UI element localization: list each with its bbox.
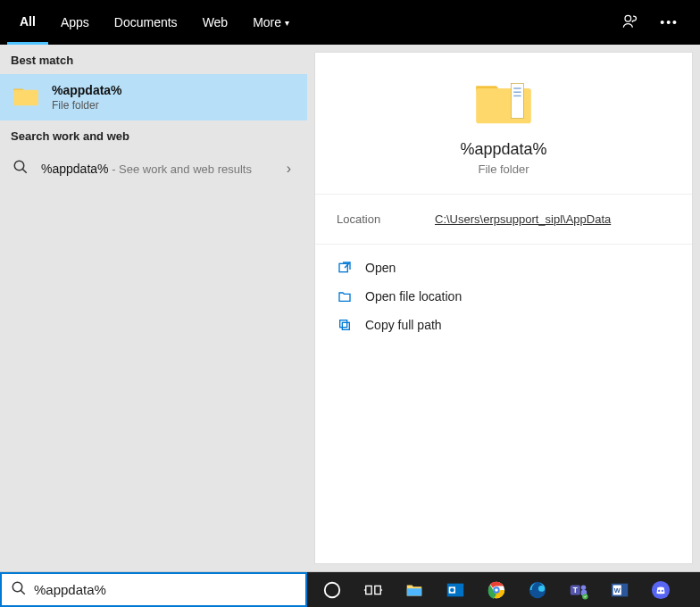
tab-more[interactable]: More ▾ bbox=[240, 0, 302, 45]
folder-icon bbox=[473, 113, 534, 129]
web-result-label: %appdata% bbox=[41, 162, 109, 176]
tab-apps[interactable]: Apps bbox=[48, 0, 102, 45]
result-title: %appdata% bbox=[52, 83, 122, 97]
search-input[interactable] bbox=[34, 582, 296, 597]
svg-text:T: T bbox=[573, 586, 578, 594]
discord-icon[interactable] bbox=[641, 572, 680, 608]
results-pane: Best match %appdata% File folder Search … bbox=[0, 45, 307, 571]
action-label: Open file location bbox=[365, 289, 462, 304]
open-icon bbox=[337, 261, 353, 275]
svg-rect-11 bbox=[340, 320, 347, 328]
task-view-icon[interactable] bbox=[354, 572, 393, 608]
web-result-hint: - See work and web results bbox=[109, 162, 252, 176]
search-icon bbox=[11, 580, 27, 600]
result-subtitle: File folder bbox=[52, 99, 122, 112]
svg-line-13 bbox=[21, 590, 25, 595]
preview-title: %appdata% bbox=[315, 140, 692, 159]
chevron-right-icon: › bbox=[287, 161, 291, 177]
tab-web[interactable]: Web bbox=[190, 0, 241, 45]
word-icon[interactable]: W bbox=[600, 572, 639, 608]
svg-point-0 bbox=[625, 15, 631, 21]
svg-rect-9 bbox=[339, 263, 347, 271]
cortana-icon[interactable] bbox=[312, 572, 352, 608]
location-label: Location bbox=[337, 212, 435, 226]
action-label: Copy full path bbox=[365, 318, 442, 332]
taskbar: T W bbox=[0, 571, 700, 607]
search-filter-tabs: All Apps Documents Web More ▾ ••• bbox=[0, 0, 700, 45]
folder-open-icon bbox=[337, 289, 353, 304]
file-explorer-icon[interactable] bbox=[395, 572, 434, 608]
svg-rect-19 bbox=[407, 588, 422, 595]
svg-point-12 bbox=[12, 582, 22, 592]
location-path[interactable]: C:\Users\erpsupport_sipl\AppData bbox=[435, 212, 611, 226]
svg-line-3 bbox=[22, 169, 27, 173]
teams-icon[interactable]: T bbox=[559, 572, 598, 608]
svg-rect-16 bbox=[375, 586, 380, 594]
best-match-header: Best match bbox=[0, 45, 307, 74]
svg-point-22 bbox=[450, 587, 454, 592]
chrome-icon[interactable] bbox=[477, 572, 516, 608]
preview-pane: %appdata% File folder Location C:\Users\… bbox=[314, 52, 693, 564]
tab-documents[interactable]: Documents bbox=[102, 0, 190, 45]
tab-more-label: More bbox=[253, 15, 281, 29]
outlook-icon[interactable] bbox=[436, 572, 475, 608]
svg-point-2 bbox=[14, 161, 24, 170]
svg-rect-15 bbox=[366, 586, 371, 594]
svg-point-14 bbox=[325, 582, 340, 597]
svg-point-36 bbox=[658, 589, 660, 591]
svg-point-29 bbox=[581, 585, 587, 590]
copy-icon bbox=[337, 318, 353, 332]
svg-text:W: W bbox=[614, 586, 621, 594]
action-label: Open bbox=[365, 261, 396, 275]
tab-all[interactable]: All bbox=[7, 0, 48, 45]
folder-icon bbox=[12, 84, 39, 111]
web-search-result[interactable]: %appdata% - See work and web results › bbox=[0, 150, 307, 187]
work-web-header: Search work and web bbox=[0, 121, 307, 150]
action-open-location[interactable]: Open file location bbox=[331, 282, 676, 311]
more-options-icon[interactable]: ••• bbox=[660, 15, 679, 29]
svg-rect-1 bbox=[13, 90, 38, 106]
location-row: Location C:\Users\erpsupport_sipl\AppDat… bbox=[315, 195, 692, 245]
taskbar-search-box[interactable] bbox=[0, 572, 307, 607]
svg-point-37 bbox=[662, 589, 663, 591]
taskbar-icons: T W bbox=[307, 572, 700, 607]
feedback-icon[interactable] bbox=[621, 12, 638, 33]
search-icon bbox=[12, 159, 29, 179]
best-match-result[interactable]: %appdata% File folder bbox=[0, 74, 307, 121]
action-open[interactable]: Open bbox=[331, 254, 676, 282]
action-copy-path[interactable]: Copy full path bbox=[331, 311, 676, 339]
chevron-down-icon: ▾ bbox=[285, 18, 289, 28]
svg-point-25 bbox=[495, 588, 498, 592]
preview-type: File folder bbox=[315, 162, 692, 176]
edge-icon[interactable] bbox=[518, 572, 557, 608]
svg-rect-10 bbox=[342, 322, 349, 329]
